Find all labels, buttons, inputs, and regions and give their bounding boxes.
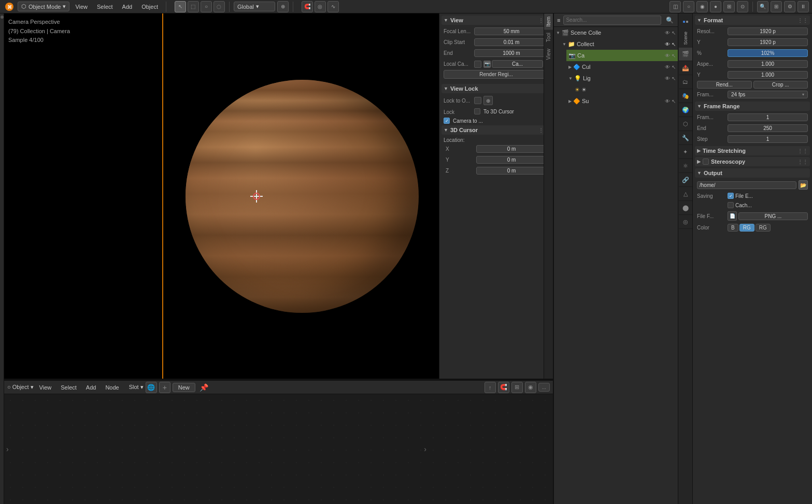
- focal-length-value[interactable]: 50 mm: [474, 27, 549, 35]
- eye-cam[interactable]: 👁: [665, 53, 670, 59]
- output-section-header[interactable]: ▼ Output: [695, 168, 810, 178]
- stereoscopy-header[interactable]: ▶ Stereoscopy ⋮⋮: [695, 157, 810, 166]
- cursor-z-value[interactable]: 0 m: [476, 167, 547, 175]
- menu-add[interactable]: Add: [119, 3, 136, 11]
- color-rg-btn[interactable]: RG: [739, 224, 754, 232]
- camera-to-checkbox[interactable]: ✓: [444, 118, 450, 124]
- slot-selector[interactable]: Slot ▾: [129, 384, 144, 391]
- box-select-tool[interactable]: ⬚: [188, 1, 199, 12]
- tool-tab[interactable]: Tool: [544, 30, 553, 45]
- prop-tab-render[interactable]: 🎬: [679, 48, 692, 61]
- prop-tab-objdata[interactable]: △: [679, 188, 692, 201]
- prop-tab-object[interactable]: ⬡: [679, 118, 692, 131]
- transform-selector[interactable]: Global ▾: [234, 2, 275, 11]
- sel-collect[interactable]: ↖: [672, 41, 676, 47]
- cursor-y-value[interactable]: 0 m: [476, 156, 547, 164]
- node-menu-view[interactable]: View: [36, 383, 55, 392]
- frame-range-header[interactable]: ▼ Frame Range: [695, 102, 810, 111]
- cam-name[interactable]: Ca...: [492, 60, 543, 68]
- frame-start-value[interactable]: 1: [728, 113, 808, 121]
- coll-item-collect[interactable]: ▼ 📁 Collect 👁 ↖: [560, 38, 678, 50]
- outliner-search[interactable]: [563, 16, 661, 25]
- viewport-shading2[interactable]: ○: [683, 1, 694, 12]
- eye-scene[interactable]: 👁: [665, 30, 670, 36]
- prop-tab-scene[interactable]: 🎭: [679, 90, 692, 103]
- folder-btn[interactable]: 📂: [799, 180, 808, 190]
- res-pct-value[interactable]: 102%: [728, 49, 808, 57]
- prop-tab-physics[interactable]: ⚛: [679, 160, 692, 173]
- color-rgba-btn[interactable]: RG: [756, 224, 771, 232]
- res-x-value[interactable]: 1920 p: [728, 27, 808, 35]
- circle-select[interactable]: ○: [201, 1, 212, 12]
- res-y-value[interactable]: 1920 p: [728, 38, 808, 46]
- clip-start-value[interactable]: 0.01 m: [474, 38, 549, 46]
- select-tool[interactable]: ↖: [175, 1, 186, 12]
- snap-icon[interactable]: 🧲: [302, 1, 313, 12]
- prop-tab-viewlayer[interactable]: 🗂: [679, 76, 692, 89]
- stereoscopy-checkbox[interactable]: [703, 159, 709, 165]
- transform-orientations[interactable]: ⊕: [277, 1, 289, 12]
- node-overlay-btn[interactable]: ◉: [525, 382, 536, 393]
- frame-rate-value[interactable]: 24 fps ▾: [728, 91, 808, 98]
- color-b-btn[interactable]: B: [728, 224, 738, 232]
- viewport-shading4[interactable]: ●: [710, 1, 721, 12]
- clip-end-value[interactable]: 1000 m: [474, 49, 549, 57]
- viewport-shading3[interactable]: ◉: [696, 1, 708, 12]
- eye-cul[interactable]: 👁: [665, 64, 670, 70]
- item-tab[interactable]: Item: [544, 13, 553, 30]
- lasso-select[interactable]: ◌: [213, 1, 225, 12]
- lock-pick[interactable]: ⊕: [483, 96, 493, 105]
- blender-logo[interactable]: ⌘: [3, 1, 16, 13]
- node-editor-canvas[interactable]: › ›: [4, 394, 553, 504]
- frame-end-value[interactable]: 250: [728, 124, 808, 132]
- wave-icon[interactable]: ∿: [327, 1, 339, 12]
- node-editor-type[interactable]: ○ Object ▾: [7, 384, 34, 391]
- add-slot-btn[interactable]: +: [159, 382, 170, 393]
- cach-checkbox[interactable]: [728, 202, 734, 208]
- menu-object[interactable]: Object: [138, 3, 162, 11]
- node-grid-btn[interactable]: ⊞: [511, 382, 523, 393]
- grid-btn[interactable]: ⊞: [771, 1, 782, 12]
- cursor-section-header[interactable]: ▼ 3D Cursor ⋮⋮: [441, 125, 551, 135]
- format-section-header[interactable]: ▼ Format ⋮⋮: [695, 16, 810, 25]
- coll-item-scene[interactable]: ▼ 🎬 Scene Colle 👁 ↖: [554, 27, 678, 38]
- prop-tab-constraints[interactable]: 🔗: [679, 174, 692, 187]
- node-snap-btn[interactable]: 🧲: [498, 382, 509, 393]
- select-scene[interactable]: ↖: [672, 30, 676, 36]
- node-editor[interactable]: ○ Object ▾ View Select Add Node Slot ▾: [4, 380, 553, 504]
- 3d-cursor-checkbox[interactable]: [474, 108, 480, 114]
- menu-view[interactable]: View: [72, 3, 91, 11]
- viewport-shading1[interactable]: ◫: [669, 1, 681, 12]
- sel-cul[interactable]: ↖: [672, 64, 676, 70]
- render-region-btn[interactable]: Render Regi...: [444, 70, 549, 79]
- coll-item-sun[interactable]: ☀ ☀: [573, 84, 678, 95]
- file-e-checkbox[interactable]: ✓: [728, 193, 734, 199]
- aspect-y-value[interactable]: 1.000: [728, 71, 808, 79]
- node-menu-node[interactable]: Node: [102, 383, 122, 392]
- coll-item-camera[interactable]: 📷 Ca 👁 ↖: [566, 50, 678, 61]
- eye-lig[interactable]: 👁: [665, 76, 670, 81]
- sel-cam[interactable]: ↖: [672, 53, 676, 59]
- render-btn[interactable]: Rend...: [697, 81, 752, 89]
- xray-btn[interactable]: ⊙: [737, 1, 748, 12]
- time-stretching-header[interactable]: ▶ Time Stretching ⋮⋮: [695, 146, 810, 155]
- eye-collect[interactable]: 👁: [665, 41, 670, 47]
- settings-btn[interactable]: ⚙: [784, 1, 795, 12]
- cursor-x-value[interactable]: 0 m: [476, 145, 547, 153]
- sel-lig[interactable]: ↖: [672, 76, 676, 81]
- prop-tab-output[interactable]: 📤: [679, 62, 692, 75]
- file-format-value[interactable]: PNG ...: [738, 212, 808, 220]
- local-cam-toggle[interactable]: [474, 61, 481, 68]
- view-lock-header[interactable]: ▼ View Lock: [441, 84, 551, 93]
- coll-item-cul[interactable]: ▶ 🔷 Cul 👁 ↖: [566, 61, 678, 73]
- node-menu-select[interactable]: Select: [57, 383, 80, 392]
- prop-tab-world[interactable]: 🌍: [679, 104, 692, 117]
- output-path-input[interactable]: /home/: [697, 181, 796, 189]
- prop-tab-material[interactable]: ⬤: [679, 201, 692, 215]
- viewport-3d[interactable]: Camera Perspective (79) Collection | Cam…: [4, 13, 553, 380]
- aspect-x-value[interactable]: 1.000: [728, 60, 808, 68]
- node-up-btn[interactable]: ↑: [485, 382, 496, 393]
- sel-su[interactable]: ↖: [672, 98, 676, 104]
- mode-selector[interactable]: ⬡ Object Mode ▾: [18, 2, 69, 11]
- outliner-filter[interactable]: 🔍: [664, 15, 675, 25]
